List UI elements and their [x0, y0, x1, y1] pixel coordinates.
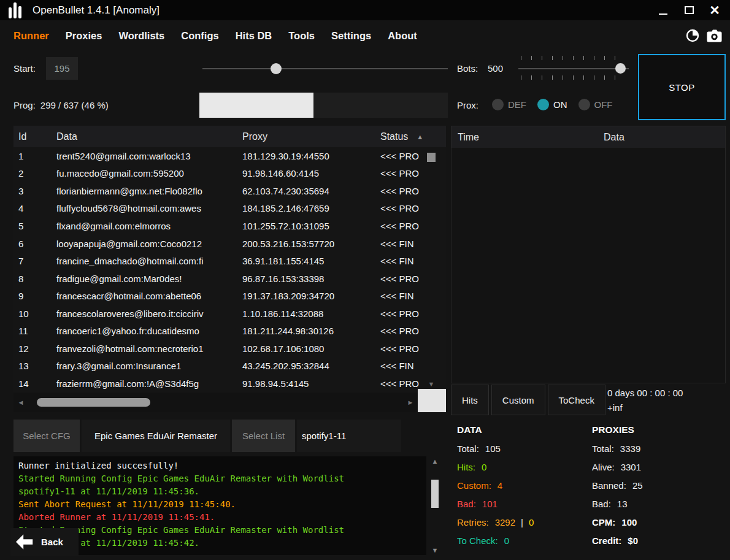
table-row[interactable]: 2fu.macedo@gmail.com:59520091.98.146.60:…: [13, 165, 425, 183]
progress-bar: [199, 93, 448, 118]
cell-id: 4: [13, 203, 52, 213]
sort-ascending-icon[interactable]: ▲: [417, 133, 423, 140]
table-row[interactable]: 5flxand@gmail.com:elmorros101.255.72.10:…: [13, 217, 425, 235]
data-stats-title: DATA: [457, 424, 589, 435]
tab-custom[interactable]: Custom: [491, 385, 545, 415]
vertical-scrollbar[interactable]: ▼: [425, 149, 437, 389]
nav-item-tools[interactable]: Tools: [288, 30, 315, 42]
nav-item-wordlists[interactable]: Wordlists: [118, 30, 164, 42]
cell-status: <<< PRO: [375, 168, 425, 178]
cell-status: <<< FIN: [375, 361, 425, 371]
bots-slider[interactable]: [518, 56, 629, 82]
log-line: Started Running Config Epic Games EduAir…: [18, 472, 394, 498]
column-header-proxy[interactable]: Proxy: [237, 131, 375, 142]
cell-proxy: 62.103.74.230:35694: [237, 186, 375, 196]
horizontal-scrollbar-track[interactable]: [28, 393, 403, 412]
prox-radio-def[interactable]: DEF: [492, 99, 526, 110]
close-button[interactable]: ✕: [707, 2, 723, 18]
table-row[interactable]: 6looyapapuja@gmail.com:Coco0212200.53.21…: [13, 235, 425, 253]
minimize-button[interactable]: [655, 2, 671, 18]
stat-row: Bad:13: [592, 498, 724, 510]
table-row[interactable]: 11francoeric1@yahoo.fr:ducatidesmo181.21…: [13, 322, 425, 340]
select-config-button[interactable]: Select CFG: [13, 420, 80, 452]
scroll-right-icon[interactable]: ►: [403, 399, 418, 406]
stat-row: Total:105: [457, 443, 589, 455]
log-scrollbar-thumb[interactable]: [431, 480, 439, 508]
proxy-stats: PROXIES Total:3339Alive:3301Banned:25Bad…: [592, 424, 724, 553]
log-scrollbar[interactable]: ▲ ▼: [429, 456, 441, 555]
nav-menu: RunnerProxiesWordlistsConfigsHits DBTool…: [13, 30, 417, 42]
cell-proxy: 191.37.183.209:34720: [237, 291, 375, 301]
data-stats: DATA Total:105Hits:0Custom:4Bad:101Retri…: [457, 424, 589, 553]
start-input[interactable]: [46, 57, 78, 80]
table-row[interactable]: 10francescolaroveres@libero.it:cicciriv1…: [13, 305, 425, 323]
scroll-down-icon[interactable]: ▼: [425, 380, 437, 388]
vertical-scrollbar-thumb[interactable]: [427, 153, 436, 162]
column-header-id[interactable]: Id: [13, 131, 52, 142]
timer-icon[interactable]: [685, 28, 700, 43]
selected-list-name: spotify1-11: [297, 420, 401, 452]
back-button[interactable]: Back: [10, 528, 79, 556]
table-row[interactable]: 8fradigue@gmail.com:Mar0des!96.87.16.153…: [13, 270, 425, 288]
maximize-button[interactable]: [681, 2, 697, 18]
camera-icon[interactable]: [706, 29, 723, 43]
stat-label: Total:: [592, 443, 614, 455]
nav-bar: RunnerProxiesWordlistsConfigsHits DBTool…: [0, 20, 730, 51]
cell-proxy: 102.68.17.106:1080: [237, 343, 375, 354]
column-header-hits-data[interactable]: Data: [599, 132, 725, 143]
cell-id: 6: [13, 239, 52, 249]
cell-id: 9: [13, 291, 52, 301]
log-line: Sent Abort Request at 11/11/2019 11:45:4…: [18, 498, 394, 511]
tab-hits[interactable]: Hits: [451, 385, 489, 415]
nav-item-hits-db[interactable]: Hits DB: [236, 30, 272, 42]
nav-item-configs[interactable]: Configs: [181, 30, 218, 42]
start-slider[interactable]: [202, 63, 448, 74]
table-row[interactable]: 4fluffycloud5678@hotmail.com:awes184.185…: [13, 200, 425, 218]
cell-status: <<< PRO: [375, 343, 425, 354]
column-header-status[interactable]: Status: [380, 131, 408, 142]
column-header-time[interactable]: Time: [451, 132, 599, 143]
results-table: Id Data Proxy Status ▲ 1trent5240@gmail.…: [13, 126, 446, 412]
scroll-up-icon[interactable]: ▲: [429, 458, 441, 465]
openbullet-logo-icon: [9, 2, 21, 18]
stat-label: CPM:: [592, 516, 615, 529]
prox-radio-off[interactable]: OFF: [578, 99, 613, 110]
stat-label: Bad:: [592, 498, 611, 510]
table-row[interactable]: 12franvezoli@hotmail.com:necroterio1102.…: [13, 340, 425, 358]
titlebar: OpenBullet 1.4.1 [Anomaly] ✕: [0, 0, 730, 20]
stat-value: 0: [482, 461, 486, 474]
radio-circle-icon: [492, 99, 504, 110]
stat-value: $0: [628, 535, 638, 547]
scroll-down-icon[interactable]: ▼: [429, 547, 441, 554]
cell-id: 7: [13, 256, 52, 266]
cell-status: <<< PRO: [375, 274, 425, 284]
table-row[interactable]: 9francescacr@hotmail.com:abette06191.37.…: [13, 287, 425, 305]
stat-value: 13: [617, 498, 628, 510]
stop-button[interactable]: STOP: [638, 54, 726, 120]
scrollbar-corner: [418, 389, 446, 412]
nav-item-proxies[interactable]: Proxies: [66, 30, 102, 42]
bots-slider-thumb[interactable]: [615, 63, 626, 74]
horizontal-scrollbar[interactable]: ◄ ►: [13, 393, 418, 412]
column-header-data[interactable]: Data: [52, 131, 237, 142]
stat-value: 4: [498, 480, 502, 492]
nav-item-runner[interactable]: Runner: [13, 30, 49, 42]
select-list-button[interactable]: Select List: [232, 420, 295, 452]
nav-item-about[interactable]: About: [388, 30, 417, 42]
nav-icons: [685, 28, 730, 43]
cell-id: 10: [13, 309, 52, 319]
back-arrow-icon: [15, 534, 35, 550]
table-row[interactable]: 14frazierrm@gmail.com:!A@S3d4f5g91.98.94…: [13, 375, 425, 393]
table-row[interactable]: 3florianbiermann@gmx.net:Flo082flo62.103…: [13, 182, 425, 200]
prox-radio-on[interactable]: ON: [537, 99, 567, 110]
nav-item-settings[interactable]: Settings: [331, 30, 371, 42]
table-row[interactable]: 7francine_dmachado@hotmail.com:fi36.91.1…: [13, 252, 425, 270]
start-slider-thumb[interactable]: [271, 63, 282, 74]
horizontal-scrollbar-thumb[interactable]: [37, 398, 150, 407]
tab-tocheck[interactable]: ToCheck: [548, 385, 605, 415]
table-row[interactable]: 13frary.3@gmail.com:Insurance143.245.202…: [13, 358, 425, 375]
stat-label: Credit:: [592, 535, 621, 547]
cell-id: 14: [13, 378, 52, 389]
scroll-left-icon[interactable]: ◄: [13, 399, 28, 406]
table-row[interactable]: 1trent5240@gmail.com:warlock13181.129.30…: [13, 147, 425, 165]
